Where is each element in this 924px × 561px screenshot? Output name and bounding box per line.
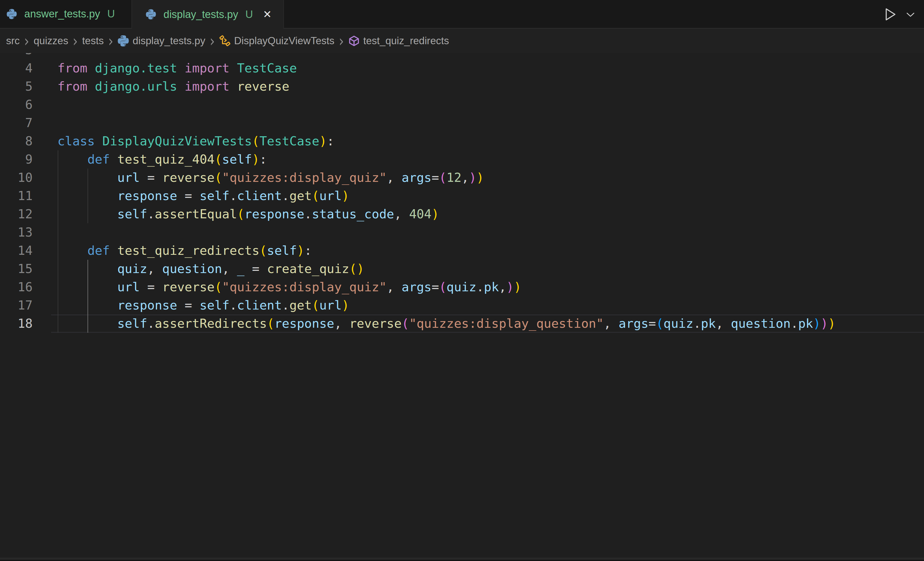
token-b1: ) [319, 134, 327, 148]
breadcrumb-item-quizzes[interactable]: quizzes [34, 35, 68, 47]
token-var: args [619, 316, 648, 331]
breadcrumb-item-displayquizviewtests[interactable]: DisplayQuizViewTests [219, 35, 334, 47]
token-ws [177, 188, 185, 203]
token-var: _ [237, 262, 244, 276]
line-number: 12 [0, 205, 33, 223]
code-line-9[interactable]: 9 def test_quiz_404(self): [0, 150, 924, 168]
breadcrumb-label: DisplayQuizViewTests [234, 35, 334, 47]
code-line-3[interactable]: 3 [0, 53, 924, 59]
code-line-8[interactable]: 8class DisplayQuizViewTests(TestCase): [0, 132, 924, 150]
token-fn: test_quiz_redirects [117, 243, 260, 258]
chevron-right-separator: › [339, 26, 344, 56]
token-fn: reverse [350, 316, 402, 331]
code-line-11[interactable]: 11 response = self.client.get(url) [0, 187, 924, 205]
token-var: self [117, 207, 147, 221]
token-pl: . [147, 316, 154, 331]
token-pl: , [147, 262, 154, 276]
code-line-4[interactable]: 4from django.test import TestCase [0, 59, 924, 77]
indent-guide [87, 187, 88, 205]
token-pl: , [222, 262, 230, 276]
run-options-button[interactable] [904, 9, 916, 20]
token-b1: ) [514, 280, 521, 294]
run-python-file-button[interactable] [882, 7, 897, 22]
token-b2: ( [402, 316, 409, 331]
token-type: DisplayQuizViewTests [102, 134, 252, 148]
token-kw: def [87, 243, 110, 258]
token-kwc: from [57, 61, 87, 75]
indent-guide [58, 260, 58, 278]
line-number: 10 [0, 168, 33, 187]
chevron-right-separator: › [108, 26, 113, 56]
indent-guide [58, 187, 58, 205]
line-number: 16 [0, 278, 33, 296]
token-ws [110, 152, 117, 167]
token-fn: get [290, 188, 312, 203]
line-content [33, 116, 57, 130]
token-kwc: import [185, 61, 230, 75]
line-number: 5 [0, 77, 33, 96]
token-var: self [117, 316, 147, 331]
code-line-12[interactable]: 12 self.assertEqual(response.status_code… [0, 205, 924, 223]
token-var: pk [701, 316, 716, 331]
token-ws [192, 188, 200, 203]
line-number: 17 [0, 296, 33, 314]
line-number: 15 [0, 260, 33, 278]
token-var: client [237, 188, 282, 203]
token-pl: = [185, 188, 192, 203]
close-icon[interactable]: ✕ [261, 8, 273, 20]
breadcrumb-label: display_tests.py [132, 35, 205, 47]
indent-guide [58, 278, 58, 296]
token-ws [192, 298, 200, 313]
token-ws [140, 280, 147, 294]
token-fn: reverse [162, 280, 214, 294]
breadcrumb-item-tests[interactable]: tests [82, 35, 104, 47]
code-line-7[interactable]: 7 [0, 114, 924, 132]
tab-answer-tests-py[interactable]: answer_tests.pyU [0, 0, 132, 29]
token-ws [342, 316, 350, 331]
code-line-18[interactable]: 18 self.assertRedirects(response, revers… [0, 314, 924, 333]
token-var: url [117, 280, 140, 294]
active-indent-guide [87, 296, 88, 314]
code-line-17[interactable]: 17 response = self.client.get(url) [0, 296, 924, 314]
code-line-14[interactable]: 14 def test_quiz_redirects(self): [0, 242, 924, 260]
token-var: quiz [117, 262, 147, 276]
code-editor[interactable]: 34from django.test import TestCase5from … [0, 53, 924, 558]
line-content: self.assertRedirects(response, reverse("… [33, 316, 836, 331]
token-b1: ) [297, 243, 304, 258]
chevron-down-icon [904, 9, 916, 20]
code-line-15[interactable]: 15 quiz, question, _ = create_quiz() [0, 260, 924, 278]
token-pl: = [648, 316, 656, 331]
line-content: from django.test import TestCase [33, 61, 297, 75]
code-line-13[interactable]: 13 [0, 223, 924, 242]
code-line-10[interactable]: 10 url = reverse("quizzes:display_quiz",… [0, 168, 924, 187]
token-pl: . [230, 298, 237, 313]
token-pl: = [147, 170, 154, 185]
code-line-6[interactable]: 6 [0, 96, 924, 114]
token-ws [140, 170, 147, 185]
token-pl: . [476, 280, 484, 294]
line-number: 7 [0, 114, 33, 132]
token-var: pk [798, 316, 813, 331]
line-content: self.assertEqual(response.status_code, 4… [33, 207, 439, 221]
indent-guide [58, 223, 58, 242]
untracked-badge: U [107, 8, 115, 20]
breadcrumb-item-display-tests-py[interactable]: display_tests.py [118, 35, 205, 47]
token-ws [57, 152, 87, 167]
token-var: question [731, 316, 790, 331]
line-content: response = self.client.get(url) [33, 298, 350, 313]
token-b1: ( [214, 170, 222, 185]
chevron-right-separator: › [210, 26, 214, 56]
breadcrumb-item-src[interactable]: src [6, 35, 20, 47]
token-var: client [237, 298, 282, 313]
token-b1: ( [214, 280, 222, 294]
python-icon [7, 9, 17, 20]
token-var: response [117, 298, 177, 313]
code-line-16[interactable]: 16 url = reverse("quizzes:display_quiz",… [0, 278, 924, 296]
token-str: "quizzes:display_quiz" [222, 170, 387, 185]
breadcrumb-item-test-quiz-redirects[interactable]: test_quiz_redirects [348, 35, 449, 47]
code-line-5[interactable]: 5from django.urls import reverse [0, 77, 924, 96]
chevron-right-separator: › [73, 26, 78, 56]
tab-display-tests-py[interactable]: display_tests.pyU✕ [132, 0, 284, 29]
token-b3: ) [813, 316, 820, 331]
token-kwc: from [57, 79, 87, 94]
